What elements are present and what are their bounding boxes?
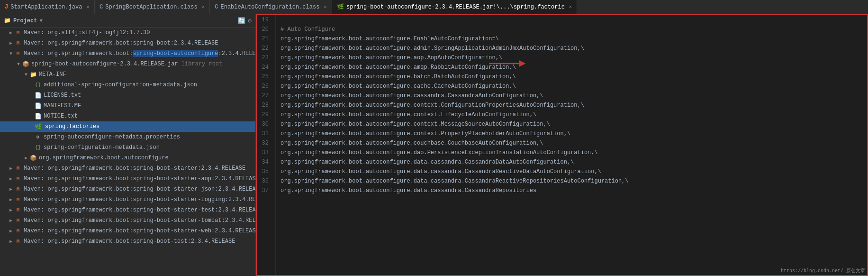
dropdown-arrow[interactable]: ▼ — [39, 18, 43, 24]
item-text: NOTICE.txt — [44, 113, 78, 120]
tree-item-maven-boot-test[interactable]: ▶ M Maven: org.springframework.boot:spri… — [0, 236, 255, 247]
maven-icon: M — [14, 227, 22, 235]
tree-item-maven-starter-test[interactable]: ▶ M Maven: org.springframework.boot:spri… — [0, 205, 255, 215]
tree-item-notice[interactable]: 📄 NOTICE.txt — [0, 111, 255, 121]
folder-icon: 📁 — [29, 71, 37, 78]
tree-arrow[interactable]: ▼ — [15, 62, 22, 67]
tab-close-icon[interactable]: × — [202, 4, 205, 10]
item-text: Maven: org.springframework.boot:spring-b… — [24, 207, 256, 213]
tree-arrow[interactable]: ▶ — [8, 186, 14, 192]
tree-item-maven-starter[interactable]: ▶ M Maven: org.springframework.boot:spri… — [0, 163, 255, 174]
item-text: spring-autoconfigure-metadata.properties — [44, 134, 180, 140]
tree-arrow[interactable]: ▶ — [23, 155, 29, 161]
sync-icon[interactable]: 🔄 — [238, 17, 245, 25]
tree-arrow[interactable]: ▶ — [8, 218, 14, 223]
code-text: org.springframework.boot.autoconfigure.E… — [280, 34, 499, 44]
code-text: org.springframework.boot.autoconfigure.a… — [280, 53, 502, 63]
tree-item-config-meta[interactable]: {} spring-configuration-metadata.json — [0, 142, 255, 153]
line-num-29: 29 — [257, 110, 271, 120]
line-num-21: 21 — [257, 34, 271, 44]
sidebar: 📁 Project ▼ 🔄 ⚙ ▶ M Maven: org.slf4j:slf… — [0, 14, 256, 276]
tree-arrow[interactable]: ▶ — [8, 207, 14, 213]
tab-label: StartApplication.java — [10, 4, 82, 10]
main-layout: 📁 Project ▼ 🔄 ⚙ ▶ M Maven: org.slf4j:slf… — [0, 14, 868, 276]
folder-icon: 📁 — [4, 17, 11, 24]
tree-item-maven-starter-tomcat[interactable]: ▶ M Maven: org.springframework.boot:spri… — [0, 215, 255, 226]
code-line-26: org.springframework.boot.autoconfigure.c… — [280, 82, 867, 91]
settings-icon[interactable]: ⚙ — [248, 17, 252, 25]
tree-item-meta-inf[interactable]: ▼ 📁 META-INF — [0, 69, 255, 80]
code-text: org.springframework.boot.autoconfigure.c… — [280, 110, 536, 120]
tree-arrow[interactable]: ▶ — [8, 197, 14, 202]
tab-label: EnableAutoConfiguration.class — [221, 4, 320, 10]
line-num-35: 35 — [257, 167, 271, 176]
maven-icon: M — [14, 185, 22, 193]
tab-close-icon[interactable]: × — [569, 4, 572, 10]
line-num-24: 24 — [257, 63, 271, 72]
line-num-22: 22 — [257, 44, 271, 53]
tree-item-manifest[interactable]: 📄 MANIFEST.MF — [0, 101, 255, 111]
maven-icon: M — [14, 29, 22, 37]
tab-close-icon[interactable]: × — [86, 4, 90, 10]
item-text: Maven: org.springframework.boot:spring-b… — [24, 196, 256, 203]
line-num-31: 31 — [257, 129, 271, 138]
notice-icon: 📄 — [34, 112, 42, 120]
code-line-22: org.springframework.boot.autoconfigure.a… — [280, 44, 867, 53]
tree-arrow[interactable]: ▼ — [23, 72, 29, 77]
tree-arrow[interactable]: ▶ — [8, 166, 14, 171]
code-line-36: org.springframework.boot.autoconfigure.d… — [280, 176, 867, 186]
tree-item-maven-starter-web[interactable]: ▶ M Maven: org.springframework.boot:spri… — [0, 226, 255, 236]
tab-spring-icon: 🌿 — [337, 3, 344, 10]
tree-arrow[interactable]: ▶ — [8, 228, 14, 234]
tree-arrow[interactable]: ▼ — [8, 51, 14, 56]
tree-item-license[interactable]: 📄 LICENSE.txt — [0, 90, 255, 101]
tree-item-maven-starter-logging[interactable]: ▶ M Maven: org.springframework.boot:spri… — [0, 194, 255, 205]
item-text: additional-spring-configuration-metadata… — [44, 82, 197, 88]
line-num-27: 27 — [257, 91, 271, 101]
tree-item-autoconfigure-meta[interactable]: ⚙ spring-autoconfigure-metadata.properti… — [0, 132, 255, 142]
code-lines: # Auto Configure org.springframework.boo… — [276, 15, 867, 275]
maven-icon: M — [14, 39, 22, 47]
tree-arrow[interactable]: ▶ — [8, 239, 14, 244]
tree-item-org-autoconfigure[interactable]: ▶ 📦 org.springframework.boot.autoconfigu… — [0, 153, 255, 163]
tree-item-spring-factories[interactable]: 🌿 spring.factories — [0, 121, 255, 132]
tree-item-jar-root[interactable]: ▼ 📦 spring-boot-autoconfigure-2.3.4.RELE… — [0, 59, 255, 69]
tab-close-icon[interactable]: × — [324, 4, 327, 10]
tree-item-maven-starter-json[interactable]: ▶ M Maven: org.springframework.boot:spri… — [0, 184, 255, 194]
tab-class-icon: C — [99, 4, 103, 10]
maven-icon: M — [14, 206, 22, 214]
tab-bar: J StartApplication.java × C SpringBootAp… — [0, 0, 868, 14]
tab-spring-boot-app[interactable]: C SpringBootApplication.class × — [95, 0, 210, 14]
code-line-34: org.springframework.boot.autoconfigure.d… — [280, 157, 867, 167]
tree-item-maven-slf4j[interactable]: ▶ M Maven: org.slf4j:slf4j-log4j12:1.7.3… — [0, 28, 255, 38]
item-text: LICENSE.txt — [44, 92, 81, 99]
item-text: Maven: org.springframework.boot:spring-b… — [24, 238, 235, 245]
json-icon: {} — [34, 144, 42, 151]
code-text: org.springframework.boot.autoconfigure.c… — [280, 138, 543, 148]
tree-item-additional-spring[interactable]: {} additional-spring-configuration-metad… — [0, 80, 255, 90]
tab-enable-auto[interactable]: C EnableAutoConfiguration.class × — [210, 0, 332, 14]
code-text: org.springframework.boot.autoconfigure.d… — [280, 167, 601, 176]
tab-start-application[interactable]: J StartApplication.java × — [0, 0, 95, 14]
properties-icon: ⚙ — [34, 133, 42, 141]
tab-class-icon: C — [215, 4, 218, 10]
code-line-23: org.springframework.boot.autoconfigure.a… — [280, 53, 867, 63]
code-line-31: org.springframework.boot.autoconfigure.c… — [280, 129, 867, 138]
maven-icon: M — [14, 165, 22, 172]
tree-item-maven-spring-boot[interactable]: ▶ M Maven: org.springframework.boot:spri… — [0, 38, 255, 48]
tab-spring-factories[interactable]: 🌿 spring-boot-autoconfigure-2.3.4.RELEAS… — [332, 0, 577, 14]
tree-item-maven-starter-aop[interactable]: ▶ M Maven: org.springframework.boot:spri… — [0, 174, 255, 184]
tree-arrow[interactable]: ▶ — [8, 176, 14, 182]
line-num-37: 37 — [257, 186, 271, 195]
item-text: org.springframework.boot.autoconfigure — [39, 155, 169, 161]
tree-arrow[interactable]: ▶ — [8, 30, 14, 36]
editor-content: 19 20 21 22 23 24 25 26 27 28 29 30 31 3… — [257, 15, 867, 275]
tree-arrow[interactable]: ▶ — [8, 40, 14, 46]
item-text: Maven: org.springframework.boot:spring-b… — [24, 175, 256, 182]
item-text: spring-boot-autoconfigure-2.3.4.RELEASE.… — [31, 61, 222, 67]
jar-icon: 📦 — [22, 60, 29, 68]
code-line-29: org.springframework.boot.autoconfigure.c… — [280, 110, 867, 120]
code-text: org.springframework.boot.autoconfigure.d… — [280, 176, 629, 186]
tree-item-maven-autoconfigure[interactable]: ▼ M Maven: org.springframework.boot:spri… — [0, 48, 255, 59]
maven-icon: M — [14, 217, 22, 224]
